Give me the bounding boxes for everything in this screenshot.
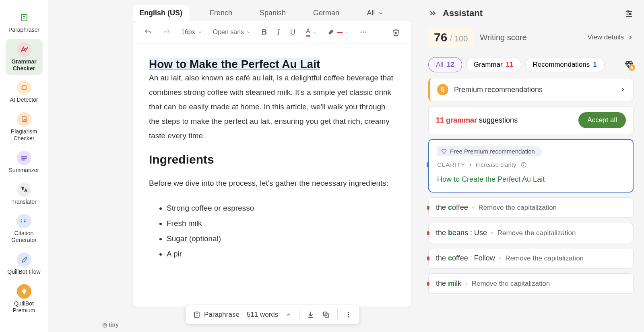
diamond-icon bbox=[441, 149, 447, 154]
bold-button[interactable]: B bbox=[260, 27, 268, 38]
sidebar-item-summarizer[interactable]: Summarizer bbox=[6, 148, 43, 177]
tab-french[interactable]: French bbox=[203, 5, 239, 21]
sidebar-item-label: AI Detector bbox=[10, 96, 38, 103]
font-family-select[interactable]: Open sans bbox=[211, 27, 253, 37]
svg-point-20 bbox=[348, 314, 349, 316]
chevron-down-icon bbox=[345, 30, 349, 34]
tab-all-label: All bbox=[367, 9, 375, 17]
text-color-button[interactable]: A bbox=[304, 26, 318, 38]
svg-point-29 bbox=[523, 164, 524, 164]
ai-detector-icon bbox=[17, 80, 31, 95]
editor-content[interactable]: How to Make the Perfect Au Lait An au la… bbox=[133, 43, 411, 307]
filter-recommendations[interactable]: Recommendations 1 bbox=[525, 57, 605, 72]
download-icon bbox=[307, 311, 315, 319]
delete-button[interactable] bbox=[390, 27, 402, 38]
download-button[interactable] bbox=[307, 311, 315, 319]
paraphrase-icon bbox=[193, 311, 201, 319]
section-intro: Before we dive into the process, let's g… bbox=[149, 176, 395, 191]
document-intro: An au lait, also known as café au lait, … bbox=[149, 71, 395, 143]
issue-card[interactable]: the beans : Use • Remove the capitalizat… bbox=[428, 223, 634, 243]
list-item: Strong coffee or espresso bbox=[167, 201, 395, 216]
recommendation-tag: Free Premium recommendation bbox=[437, 146, 539, 156]
flow-icon bbox=[17, 252, 31, 267]
plagiarism-icon bbox=[17, 112, 31, 127]
info-icon[interactable] bbox=[520, 162, 527, 168]
more-button[interactable] bbox=[345, 311, 352, 318]
sidebar: Paraphraser Grammar Checker AI Detector … bbox=[0, 0, 48, 332]
sidebar-item-label: Citation Generator bbox=[7, 230, 41, 244]
sidebar-item-paraphraser[interactable]: Paraphraser bbox=[6, 7, 43, 37]
tab-all[interactable]: All bbox=[360, 5, 390, 21]
paraphrase-button[interactable]: Paraphrase bbox=[193, 311, 239, 319]
score-row: 76 / 100 Writing score View details bbox=[428, 27, 634, 47]
svg-line-6 bbox=[25, 121, 27, 122]
ingredient-list: Strong coffee or espresso Fresh milk Sug… bbox=[149, 201, 395, 262]
italic-button[interactable]: I bbox=[276, 27, 281, 38]
list-item: A pir bbox=[167, 246, 395, 262]
sidebar-item-translator[interactable]: Translator bbox=[6, 179, 43, 209]
chevron-down-icon bbox=[378, 10, 384, 16]
sidebar-item-quillbot-premium[interactable]: QuillBot Premium bbox=[6, 281, 43, 317]
svg-point-12 bbox=[365, 31, 366, 33]
premium-diamond-badge[interactable]: 5 bbox=[625, 60, 634, 69]
font-size-select[interactable]: 16px bbox=[180, 27, 204, 37]
accept-all-button[interactable]: Accept all bbox=[578, 112, 626, 128]
issue-card[interactable]: the coffee : Follow • Remove the capital… bbox=[428, 248, 634, 268]
chevron-down-icon bbox=[246, 30, 251, 35]
section-heading: Ingredients bbox=[149, 153, 395, 166]
settings-button[interactable] bbox=[625, 9, 634, 18]
chevrons-right-icon bbox=[428, 9, 437, 18]
tab-spanish[interactable]: Spanish bbox=[253, 5, 292, 21]
svg-point-19 bbox=[348, 312, 349, 313]
sidebar-item-label: Paraphraser bbox=[8, 27, 39, 33]
filter-all[interactable]: All 12 bbox=[428, 57, 462, 72]
more-options-button[interactable] bbox=[358, 27, 369, 38]
more-vertical-icon bbox=[345, 311, 352, 318]
sidebar-item-label: Translator bbox=[11, 199, 37, 205]
recommendation-card[interactable]: Free Premium recommendation CLARITY • In… bbox=[428, 139, 634, 193]
tiny-logo: ◎ tiny bbox=[102, 322, 119, 328]
sidebar-item-label: QuillBot Flow bbox=[7, 268, 40, 275]
filter-grammar[interactable]: Grammar 11 bbox=[466, 57, 521, 72]
tab-english-us[interactable]: English (US) bbox=[133, 5, 189, 21]
issue-card[interactable]: the coffee • Remove the capitalization bbox=[428, 197, 634, 218]
sidebar-item-quillbot-flow[interactable]: QuillBot Flow bbox=[6, 249, 43, 279]
citation-icon bbox=[17, 214, 31, 228]
collapse-assistant-button[interactable] bbox=[428, 9, 437, 18]
word-count: 511 words bbox=[247, 311, 278, 319]
undo-button[interactable] bbox=[142, 27, 154, 38]
translator-icon bbox=[17, 182, 31, 197]
sidebar-item-label: QuillBot Premium bbox=[7, 300, 41, 314]
premium-count-badge: 5 bbox=[437, 84, 448, 95]
list-item: Sugar (optional) bbox=[167, 231, 395, 246]
collapse-button[interactable] bbox=[285, 312, 292, 318]
sidebar-item-grammar-checker[interactable]: Grammar Checker bbox=[6, 39, 43, 75]
svg-point-11 bbox=[363, 31, 364, 33]
sidebar-item-citation-generator[interactable]: Citation Generator bbox=[6, 211, 43, 247]
chevron-right-icon bbox=[627, 34, 634, 41]
redo-button[interactable] bbox=[161, 27, 172, 38]
sidebar-item-ai-detector[interactable]: AI Detector bbox=[6, 77, 43, 107]
chevron-down-icon bbox=[198, 30, 202, 35]
assistant-title: Assistant bbox=[443, 8, 619, 18]
filter-row: All 12 Grammar 11 Recommendations 1 5 bbox=[428, 57, 634, 72]
copy-button[interactable] bbox=[322, 311, 330, 319]
recommendation-meta: CLARITY • Increase clarity bbox=[437, 161, 625, 168]
main-area: English (US) French Spanish German All 1… bbox=[48, 0, 423, 332]
chevron-up-icon bbox=[285, 312, 292, 318]
highlight-button[interactable] bbox=[326, 27, 351, 37]
svg-point-21 bbox=[348, 316, 349, 318]
copy-icon bbox=[322, 311, 330, 319]
svg-point-25 bbox=[630, 13, 631, 15]
view-details-button[interactable]: View details bbox=[588, 33, 634, 41]
editor: 16px Open sans B I U A How to Make the P… bbox=[133, 21, 411, 307]
svg-point-10 bbox=[360, 31, 361, 33]
underline-button[interactable]: U bbox=[289, 27, 297, 38]
list-item: Fresh milk bbox=[167, 216, 395, 231]
sliders-icon bbox=[625, 9, 634, 18]
sidebar-item-plagiarism-checker[interactable]: Plagiarism Checker bbox=[6, 109, 43, 145]
grammar-suggestions-card: 11 grammar suggestions Accept all bbox=[428, 106, 634, 134]
premium-recommendations-card[interactable]: 5 Premium recommendations bbox=[428, 78, 634, 101]
tab-german[interactable]: German bbox=[307, 5, 346, 21]
issue-card[interactable]: the milk • Remove the capitalization bbox=[428, 273, 634, 294]
